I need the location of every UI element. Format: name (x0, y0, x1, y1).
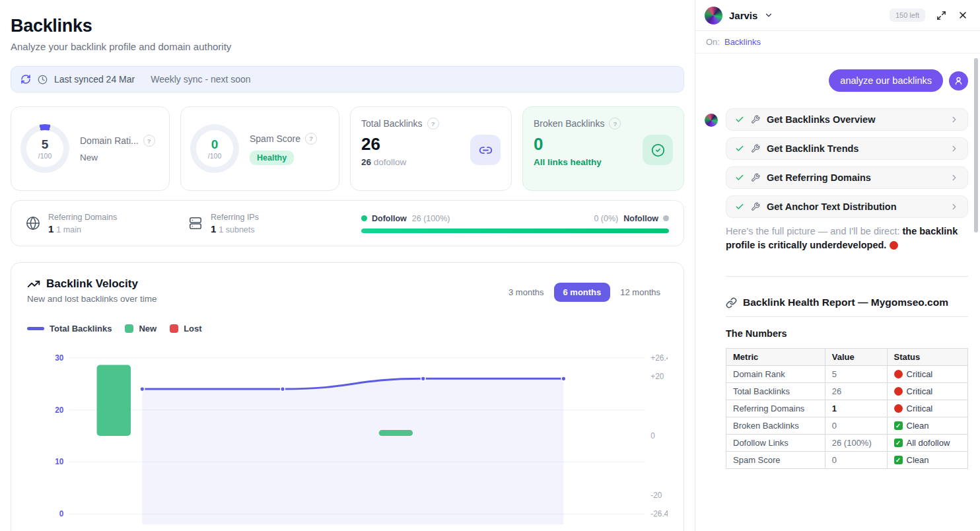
status-cell: Critical (887, 383, 967, 400)
spam-score-card: 0 /100 Spam Score ? Healthy (180, 106, 339, 191)
check-icon (735, 173, 744, 182)
domain-rating-gauge: 5 /100 (20, 124, 69, 173)
link-icon (470, 135, 501, 165)
value-cell: 26 (825, 383, 887, 400)
tool-call-get-anchor-text-distribution[interactable]: Get Anchor Text Distribution (726, 195, 968, 218)
help-icon[interactable]: ? (427, 118, 439, 129)
page-title: Backlinks (11, 16, 684, 36)
domain-rating-denominator: /100 (38, 152, 52, 160)
spam-score-gauge: 0 /100 (190, 124, 239, 173)
table-header-status: Status (887, 349, 967, 366)
check-icon (735, 144, 744, 153)
tool-call-label: Get Anchor Text Distribution (767, 201, 897, 212)
expand-icon[interactable] (936, 11, 946, 20)
help-icon[interactable]: ? (609, 118, 621, 129)
referring-ips-sub: 1 subnets (219, 225, 254, 234)
referring-domains-value: 1 (48, 223, 53, 234)
svg-text:20: 20 (55, 406, 64, 415)
total-backlinks-card: Total Backlinks ? 26 26 dofollow (350, 106, 512, 191)
table-row: Referring Domains1Critical (726, 400, 968, 417)
range-tab-12-months[interactable]: 12 months (613, 283, 668, 302)
tool-call-label: Get Referring Domains (767, 172, 871, 183)
assistant-sidebar: Jarvis 150 left On: Backlinks analyze ou… (695, 0, 980, 531)
referring-domains-sub: 1 main (56, 225, 81, 234)
spam-score-label: Spam Score (250, 133, 300, 144)
legend-item-new: New (125, 324, 157, 334)
domain-rating-value: 5 (42, 138, 49, 151)
chart-legend: Total BacklinksNewLost (27, 324, 668, 334)
referring-ips-value: 1 (211, 223, 216, 234)
domain-rating-sub: New (80, 153, 155, 162)
sidebar-scrollbar[interactable] (974, 58, 978, 232)
page-subtitle: Analyze your backlink profile and domain… (11, 41, 684, 52)
main-content: Backlinks Analyze your backlink profile … (0, 0, 695, 531)
assistant-message-row: Get Backlinks OverviewGet Backlink Trend… (705, 108, 968, 469)
status-cell: Critical (887, 400, 967, 417)
assistant-name[interactable]: Jarvis (729, 10, 757, 21)
dofollow-dot-icon (361, 215, 367, 221)
context-link-backlinks[interactable]: Backlinks (724, 37, 761, 47)
referring-ips-item: Referring IPs 11 subnets (188, 213, 341, 234)
wrench-icon (751, 144, 760, 153)
value-cell: 5 (825, 366, 887, 383)
help-icon[interactable]: ? (305, 133, 317, 145)
wrench-icon (751, 202, 760, 211)
tool-call-label: Get Backlink Trends (767, 143, 858, 154)
assistant-avatar (705, 7, 722, 24)
dofollow-value: 26 (100%) (412, 214, 450, 223)
metric-cell: Referring Domains (726, 400, 825, 417)
section-divider (726, 276, 968, 277)
value-cell: 0 (825, 452, 887, 469)
dofollow-label: Dofollow (372, 214, 407, 223)
check-icon (735, 202, 744, 211)
table-row: Total Backlinks26Critical (726, 383, 968, 400)
server-icon (188, 216, 203, 230)
nofollow-label: Nofollow (623, 214, 658, 223)
svg-text:+20: +20 (650, 372, 664, 381)
critical-red-icon (894, 370, 903, 378)
svg-text:30: 30 (55, 353, 64, 363)
table-header-value: Value (825, 349, 887, 366)
spam-score-denominator: /100 (208, 152, 221, 160)
close-icon[interactable] (958, 10, 968, 20)
critical-red-icon (894, 404, 903, 413)
trending-up-icon (27, 277, 40, 291)
metric-cell: Dofollow Links (726, 435, 825, 452)
refresh-icon[interactable] (20, 74, 31, 85)
tool-call-get-backlink-trends[interactable]: Get Backlink Trends (726, 137, 968, 160)
range-tab-6-months[interactable]: 6 months (554, 283, 611, 302)
referring-summary-card: Referring Domains 11 main Referring IPs … (11, 200, 684, 246)
table-row: Spam Score0✓Clean (726, 452, 968, 469)
legend-swatch-icon (170, 324, 178, 333)
value-cell: 26 (100%) (825, 435, 887, 452)
value-cell: 0 (825, 417, 887, 435)
metric-cell: Spam Score (726, 452, 825, 469)
context-label: On: (706, 37, 720, 47)
tool-call-get-referring-domains[interactable]: Get Referring Domains (726, 166, 968, 189)
sync-banner: Last synced 24 Mar Weekly sync - next so… (11, 66, 684, 92)
report-table: MetricValueStatus Domain Rank5CriticalTo… (726, 348, 968, 469)
metric-cell: Broken Backlinks (726, 417, 825, 435)
help-icon[interactable]: ? (143, 135, 155, 147)
report-title: Backlink Health Report — Mygomseo.com (743, 297, 948, 308)
value-cell: 1 (825, 400, 887, 417)
tool-call-get-backlinks-overview[interactable]: Get Backlinks Overview (726, 108, 968, 131)
user-message-row: analyze our backlinks (705, 69, 968, 92)
backlink-velocity-card: Backlink Velocity New and lost backlinks… (11, 262, 684, 531)
domain-rating-label: Domain Rati... (80, 135, 139, 146)
velocity-chart: 0102030+26.4+200-20-26.4 (27, 344, 668, 527)
svg-text:10: 10 (55, 457, 64, 466)
chevron-down-icon[interactable] (764, 11, 773, 20)
status-cell: Critical (887, 366, 967, 383)
circle-check-icon (643, 135, 673, 165)
svg-text:0: 0 (650, 431, 655, 441)
broken-backlinks-label: Broken Backlinks (534, 118, 604, 129)
range-tab-3-months[interactable]: 3 months (501, 283, 551, 302)
velocity-chart-svg: 0102030+26.4+200-20-26.4 (27, 344, 668, 527)
red-circle-emoji (890, 241, 898, 250)
status-cell: ✓Clean (887, 452, 967, 469)
svg-text:-20: -20 (650, 491, 662, 500)
table-row: Broken Backlinks0✓Clean (726, 417, 968, 435)
assistant-message: Here's the full picture — and I'll be di… (726, 225, 968, 252)
context-bar: On: Backlinks (695, 31, 980, 53)
